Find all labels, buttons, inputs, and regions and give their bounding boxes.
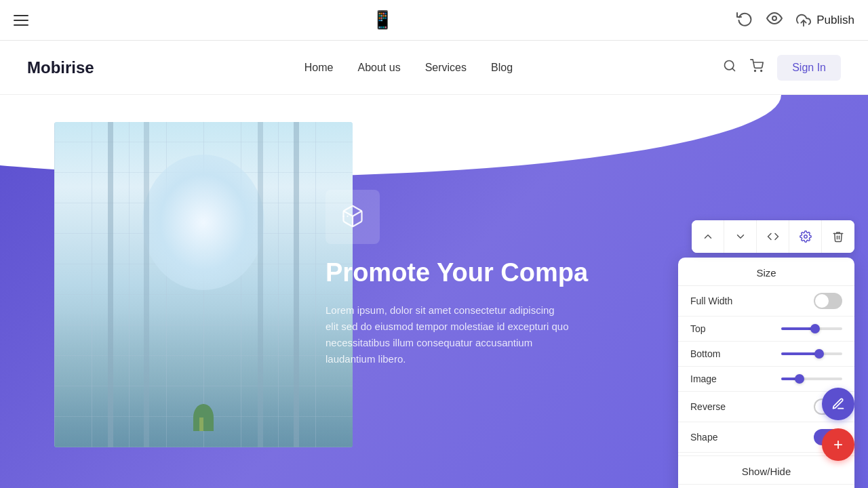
publish-button[interactable]: Publish (796, 13, 854, 28)
menu-icon[interactable] (14, 15, 28, 26)
top-label: Top (690, 323, 706, 334)
svg-point-0 (772, 16, 776, 20)
show-hide-section-title: Show/Hide (678, 455, 854, 485)
hero-section: Promote Your Company Lorem ipsum, dolor … (0, 95, 868, 488)
move-down-button[interactable] (724, 220, 757, 253)
image-row: Image (678, 367, 854, 392)
svg-point-5 (761, 70, 762, 72)
nav-bar: Mobirise Home About us Services Blog Sig… (0, 41, 868, 95)
toolbar-left (14, 15, 28, 26)
nav-link-home[interactable]: Home (304, 62, 334, 74)
code-button[interactable] (757, 220, 789, 253)
nav-links: Home About us Services Blog (304, 62, 513, 74)
reverse-label: Reverse (690, 401, 726, 412)
section-toolbar (692, 220, 854, 253)
svg-line-3 (732, 68, 735, 71)
bottom-label: Bottom (690, 348, 720, 359)
publish-label: Publish (816, 14, 854, 27)
search-icon[interactable] (723, 59, 736, 76)
add-icon: + (833, 436, 843, 453)
hero-text: Lorem ipsum, dolor sit amet consectetur … (326, 302, 570, 367)
box-icon (340, 204, 365, 230)
edit-fab-button[interactable] (822, 388, 854, 420)
add-fab-button[interactable]: + (822, 428, 854, 461)
undo-icon[interactable] (736, 10, 753, 30)
settings-button[interactable] (789, 220, 822, 253)
bottom-row: Bottom (678, 342, 854, 367)
brand-logo: Mobirise (27, 58, 94, 77)
hero-icon-box (326, 190, 380, 244)
cart-icon[interactable] (750, 59, 764, 76)
full-width-label: Full Width (690, 296, 732, 306)
image-slider[interactable] (781, 378, 842, 380)
title-row: Title (678, 485, 854, 488)
top-row: Top (678, 317, 854, 342)
nav-link-services[interactable]: Services (425, 62, 467, 74)
svg-point-4 (755, 70, 756, 72)
top-toolbar: 📱 Publish (0, 0, 868, 41)
delete-button[interactable] (822, 220, 854, 253)
nav-right: Sign In (723, 55, 841, 81)
size-section-title: Size (678, 258, 854, 286)
move-up-button[interactable] (692, 220, 724, 253)
top-slider[interactable] (781, 327, 842, 330)
full-width-row: Full Width (678, 286, 854, 317)
nav-link-about[interactable]: About us (358, 62, 401, 74)
bottom-slider[interactable] (781, 352, 842, 355)
toolbar-center: 📱 (372, 9, 393, 30)
svg-point-9 (804, 235, 807, 239)
nav-link-blog[interactable]: Blog (491, 62, 513, 74)
preview-icon[interactable] (766, 10, 783, 30)
shape-label: Shape (690, 432, 717, 443)
image-label: Image (690, 373, 717, 384)
full-width-toggle[interactable] (814, 293, 842, 309)
sign-in-button[interactable]: Sign In (777, 55, 841, 81)
mobile-device-icon[interactable]: 📱 (372, 9, 393, 30)
toolbar-right: Publish (736, 10, 854, 30)
hero-image-column (0, 95, 285, 488)
